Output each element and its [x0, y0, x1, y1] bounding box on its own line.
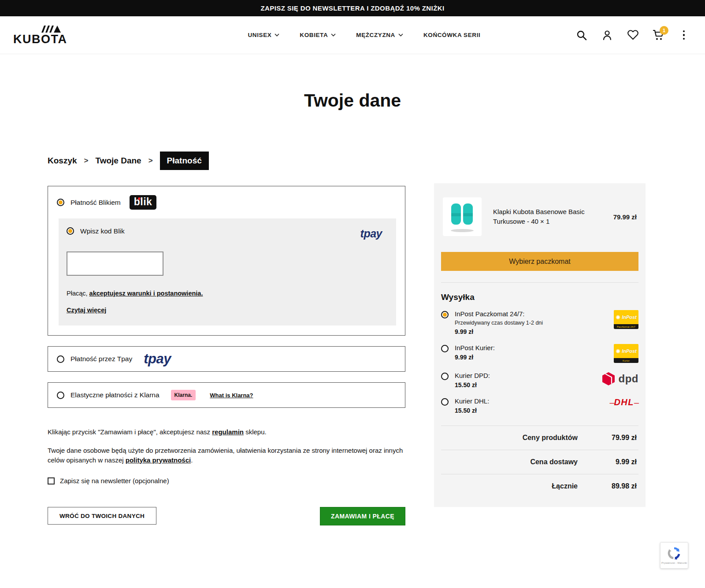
what-is-klarna-link[interactable]: What is Klarna?: [210, 392, 253, 399]
breadcrumb-platnosc[interactable]: Płatność: [160, 152, 209, 170]
shipping-label: InPost Kurier:: [455, 344, 495, 351]
shipping-radio[interactable]: [441, 398, 449, 406]
menu-kebab-icon[interactable]: [678, 29, 690, 41]
search-icon[interactable]: [575, 29, 588, 41]
dpd-cube-icon: [602, 372, 615, 386]
shipping-radio[interactable]: [441, 373, 449, 380]
kubota-logo-stripes-icon: [39, 25, 62, 33]
choose-paczkomat-button[interactable]: Wybierz paczkomat: [441, 252, 638, 271]
total-value: 9.99 zł: [600, 458, 637, 466]
divider: [441, 282, 638, 283]
nav-item-label: UNISEX: [248, 32, 271, 38]
cart-count-badge: 1: [660, 26, 668, 35]
newsletter-label: Zapisz się na newsletter (opcjonalne): [60, 476, 169, 486]
main-nav: UNISEX KOBIETA MĘŻCZYZNA KOŃCÓWKA SERII: [248, 32, 480, 38]
shipping-option-dpd[interactable]: Kurier DPD: 15.50 zł dpd: [441, 372, 638, 388]
shipping-option-inpost-paczkomat[interactable]: InPost Paczkomat 24/7: Przewidywany czas…: [441, 310, 638, 335]
blik-code-radio[interactable]: [67, 227, 74, 235]
product-name: Klapki Kubota Basenowe Basic Turkusowe -…: [493, 207, 586, 227]
breadcrumb-separator: >: [148, 156, 153, 165]
breadcrumb-koszyk[interactable]: Koszyk: [48, 156, 77, 166]
total-row-products: Ceny produktów 79.99 zł: [441, 425, 638, 450]
tpay-radio[interactable]: [57, 355, 64, 363]
total-label: Cena dostawy: [530, 458, 578, 466]
total-value: 79.99 zł: [600, 434, 637, 442]
total-row-delivery: Cena dostawy 9.99 zł: [441, 450, 638, 474]
terms-link[interactable]: akceptujesz warunki i postanowienia.: [89, 290, 203, 297]
blik-code-label: Wpisz kod Blik: [80, 227, 125, 235]
newsletter-checkbox[interactable]: [48, 477, 55, 484]
shipping-option-inpost-kurier[interactable]: InPost Kurier: 9.99 zł ✺InPost Kurier: [441, 344, 638, 363]
payment-option-klarna[interactable]: Elastyczne płatności z Klarna Klarna. Wh…: [48, 382, 405, 408]
wishlist-heart-icon[interactable]: [627, 29, 639, 41]
shipping-label: Kurier DHL:: [455, 397, 489, 405]
blik-code-panel: Wpisz kod Blik tpay Płacąc, akceptujesz …: [59, 218, 396, 325]
total-label: Ceny produktów: [523, 434, 578, 442]
nav-item-unisex[interactable]: UNISEX: [248, 32, 279, 38]
site-header: KUBOTA UNISEX KOBIETA MĘŻCZYZNA KOŃCÓWKA…: [0, 16, 705, 54]
nav-item-koncowka-serii[interactable]: KOŃCÓWKA SERII: [423, 32, 480, 38]
legal-section: Klikając przycisk "Zamawiam i płacę", ak…: [48, 427, 405, 486]
shipping-label: InPost Paczkomat 24/7:: [455, 310, 543, 318]
newsletter-banner: ZAPISZ SIĘ DO NEWSLETTERA I ZDOBĄDŹ 10% …: [0, 0, 705, 16]
privacy-policy-link[interactable]: polityka prywatności: [126, 456, 191, 464]
chevron-down-icon: [398, 33, 403, 37]
klarna-label: Elastyczne płatności z Klarna: [70, 391, 160, 399]
nav-item-label: MĘŻCZYZNA: [356, 32, 395, 38]
submit-order-button[interactable]: ZAMAWIAM I PŁACĘ: [320, 507, 405, 525]
read-more-link[interactable]: Czytaj więcej: [67, 307, 106, 314]
legal-p2-prefix: Twoje dane osobowe będą użyte do przetwo…: [48, 447, 403, 464]
tpay-logo: tpay: [144, 351, 171, 367]
shipping-label: Kurier DPD:: [455, 372, 490, 379]
blik-terms-text: Płacąc, akceptujesz warunki i postanowie…: [67, 290, 388, 297]
kubota-logo-text: KUBOTA: [13, 33, 67, 45]
breadcrumb-separator: >: [84, 156, 89, 165]
shipping-price: 15.50 zł: [455, 381, 490, 388]
shipping-price: 15.50 zł: [455, 407, 489, 414]
regulamin-link[interactable]: regulamin: [212, 428, 244, 436]
inpost-kurier-logo: ✺InPost Kurier: [614, 344, 638, 363]
chevron-down-icon: [275, 33, 279, 37]
dhl-logo: ―DHL―: [609, 397, 638, 407]
blik-code-input[interactable]: [67, 251, 163, 276]
breadcrumb: Koszyk > Twoje Dane > Płatność: [48, 152, 405, 170]
recaptcha-badge[interactable]: Prywatność - Warunki: [660, 542, 688, 569]
tpay-logo: tpay: [360, 227, 382, 240]
legal-p1-prefix: Klikając przycisk "Zamawiam i płacę", ak…: [48, 428, 212, 436]
account-icon[interactable]: [601, 29, 613, 41]
shipping-radio[interactable]: [441, 345, 449, 352]
legal-privacy-paragraph: Twoje dane osobowe będą użyte do przetwo…: [48, 446, 405, 465]
blik-logo: blik: [130, 195, 157, 210]
checkout-actions: WRÓĆ DO TWOICH DANYCH ZAMAWIAM I PŁACĘ: [48, 507, 405, 525]
cart-item: Klapki Kubota Basenowe Basic Turkusowe -…: [441, 191, 638, 240]
chevron-down-icon: [331, 33, 336, 37]
shipping-option-dhl[interactable]: Kurier DHL: 15.50 zł ―DHL―: [441, 397, 638, 414]
shipping-title: Wysyłka: [441, 292, 638, 302]
checkout-column: Koszyk > Twoje Dane > Płatność Płatność …: [48, 152, 405, 525]
nav-item-kobieta[interactable]: KOBIETA: [300, 32, 336, 38]
dpd-logo: dpd: [602, 372, 638, 386]
header-icons: 1: [575, 29, 690, 41]
inpost-paczkomat-logo: ✺InPost Paczkomat 24/7: [614, 310, 638, 329]
back-button[interactable]: WRÓĆ DO TWOICH DANYCH: [48, 507, 156, 525]
payment-option-blik: Płatność Blikiem blik Wpisz kod Blik tpa…: [48, 186, 405, 336]
cart-icon[interactable]: 1: [652, 29, 664, 41]
klarna-logo: Klarna.: [171, 390, 196, 400]
order-summary-panel: Klapki Kubota Basenowe Basic Turkusowe -…: [434, 183, 646, 507]
newsletter-optin[interactable]: Zapisz się na newsletter (opcjonalne): [48, 476, 405, 486]
recaptcha-icon: [668, 547, 681, 560]
payment-option-tpay[interactable]: Płatność przez Tpay tpay: [48, 346, 405, 372]
kubota-logo[interactable]: KUBOTA: [13, 25, 67, 45]
blik-label: Płatność Blikiem: [70, 199, 121, 207]
legal-p2-suffix: .: [191, 456, 193, 464]
klarna-radio[interactable]: [57, 392, 64, 399]
nav-item-mezczyzna[interactable]: MĘŻCZYZNA: [356, 32, 403, 38]
blik-radio[interactable]: [57, 199, 64, 206]
shipping-price: 9.99 zł: [455, 328, 543, 335]
shipping-price: 9.99 zł: [455, 354, 495, 361]
order-totals: Ceny produktów 79.99 zł Cena dostawy 9.9…: [441, 425, 638, 498]
breadcrumb-twoje-dane[interactable]: Twoje Dane: [95, 156, 141, 166]
shipping-radio[interactable]: [441, 311, 449, 318]
product-thumbnail: [443, 197, 482, 236]
product-qty: × 1: [538, 218, 549, 225]
